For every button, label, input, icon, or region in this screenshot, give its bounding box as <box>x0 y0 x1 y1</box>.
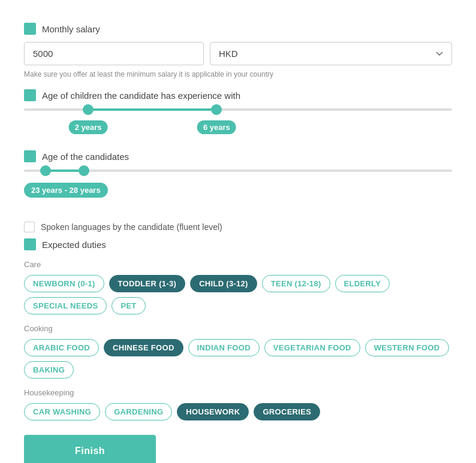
candidate-age-track <box>24 170 452 172</box>
tag-special-needs[interactable]: SPECIAL NEEDS <box>24 297 107 314</box>
children-age-thumb-max[interactable] <box>211 104 222 115</box>
candidate-age-section: Age of the candidates <box>24 150 452 162</box>
tag-arabic-food[interactable]: ARABIC FOOD <box>24 339 99 356</box>
tag-child-3-12[interactable]: CHILD (3-12) <box>190 275 257 292</box>
tag-car-washing[interactable]: CAR WASHING <box>24 403 100 420</box>
tag-chinese-food[interactable]: CHINESE FOOD <box>104 339 183 356</box>
children-age-track: 2 years 6 years <box>24 108 452 111</box>
salary-input-row: HKD USD EUR GBP <box>24 42 452 65</box>
cooking-category-title: Cooking <box>24 324 452 333</box>
children-age-slider-container: 2 years 6 years <box>24 108 452 134</box>
expected-duties-label: Expected duties <box>42 240 106 250</box>
candidate-age-badge: 23 years - 28 years <box>24 183 108 198</box>
children-age-min-label: 2 years <box>69 120 108 134</box>
monthly-salary-section: Monthly salary <box>24 23 452 35</box>
children-age-icon <box>24 89 36 101</box>
monthly-salary-label: Monthly salary <box>42 24 100 34</box>
cooking-tags-row: ARABIC FOODCHINESE FOODINDIAN FOODVEGETA… <box>24 339 452 379</box>
candidate-age-thumb-min[interactable] <box>40 165 51 176</box>
candidate-age-thumb-max[interactable] <box>79 165 89 176</box>
salary-hint: Make sure you offer at least the minimum… <box>24 70 452 78</box>
expected-duties-section: Expected duties <box>24 238 452 250</box>
tag-pet[interactable]: PET <box>112 297 145 314</box>
tag-baking[interactable]: BAKING <box>24 361 74 379</box>
spoken-languages-label: Spoken languages by the candidate (fluen… <box>41 222 222 232</box>
tag-groceries[interactable]: GROCERIES <box>254 403 320 420</box>
monthly-salary-icon <box>24 23 36 35</box>
children-age-section: Age of children the candidate has experi… <box>24 89 452 101</box>
tag-gardening[interactable]: GARDENING <box>105 403 172 420</box>
expected-duties-icon <box>24 238 36 250</box>
candidate-age-icon <box>24 150 36 162</box>
candidate-age-slider-container: 23 years - 28 years <box>24 170 452 198</box>
children-age-thumb-min[interactable] <box>83 104 94 115</box>
housekeeping-category-title: Housekeeping <box>24 388 452 397</box>
care-category-title: Care <box>24 260 452 269</box>
finish-button[interactable]: Finish <box>24 435 156 463</box>
tag-vegetarian-food[interactable]: VEGETARIAN FOOD <box>264 339 360 356</box>
salary-input[interactable] <box>24 42 204 65</box>
tag-teen-12-18[interactable]: TEEN (12-18) <box>262 275 330 292</box>
spoken-languages-row: Spoken languages by the candidate (fluen… <box>24 222 452 232</box>
housekeeping-tags-row: CAR WASHINGGARDENINGHOUSEWORKGROCERIES <box>24 403 452 420</box>
children-age-max-label: 6 years <box>197 120 236 134</box>
spoken-languages-checkbox[interactable] <box>24 222 35 232</box>
tag-toddler-1-3[interactable]: TODDLER (1-3) <box>109 275 186 292</box>
tag-elderly[interactable]: ELDERLY <box>335 275 390 292</box>
currency-select[interactable]: HKD USD EUR GBP <box>210 42 452 65</box>
tag-western-food[interactable]: WESTERN FOOD <box>365 339 449 356</box>
children-age-label: Age of children the candidate has experi… <box>42 90 240 101</box>
tag-indian-food[interactable]: INDIAN FOOD <box>188 339 260 356</box>
tag-newborn-0-1[interactable]: NEWBORN (0-1) <box>24 275 104 292</box>
candidate-age-label: Age of the candidates <box>42 152 129 162</box>
children-age-fill <box>88 108 216 111</box>
care-tags-row: NEWBORN (0-1)TODDLER (1-3)CHILD (3-12)TE… <box>24 275 452 314</box>
tag-housework[interactable]: HOUSEWORK <box>177 403 249 420</box>
